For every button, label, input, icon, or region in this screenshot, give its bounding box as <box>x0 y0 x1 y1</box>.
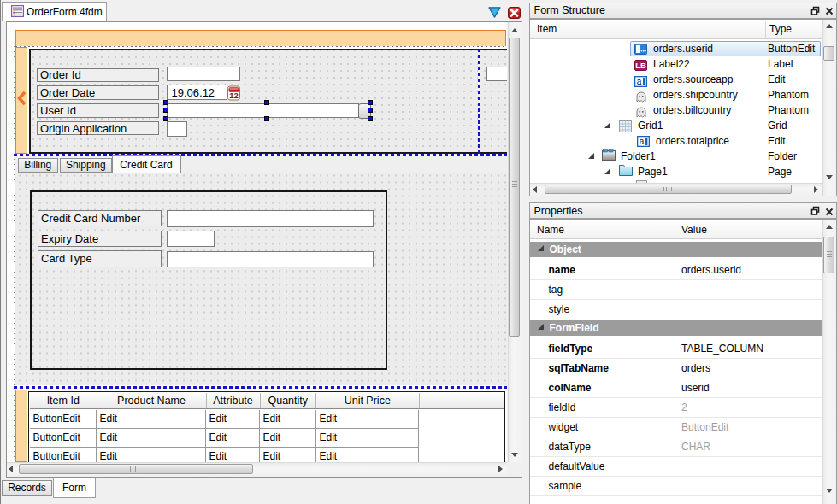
svg-text:a: a <box>637 77 642 86</box>
svg-text:12: 12 <box>229 91 239 100</box>
svg-text:a: a <box>640 137 645 146</box>
svg-text:LB: LB <box>635 61 646 70</box>
